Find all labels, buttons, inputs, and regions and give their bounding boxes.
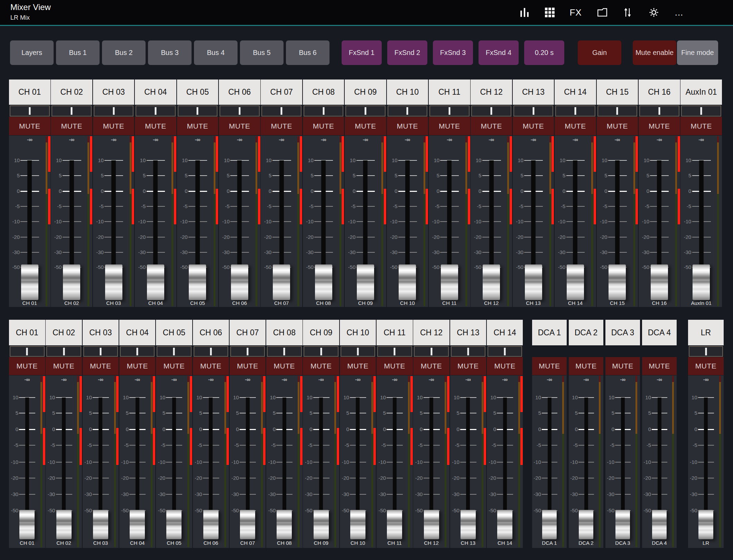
channel-name-button[interactable]: CH 03: [93, 80, 134, 105]
fader-handle[interactable]: [189, 264, 206, 300]
fader-handle[interactable]: [277, 510, 292, 539]
fader-handle[interactable]: [525, 264, 542, 300]
channel-name-button[interactable]: CH 05: [156, 320, 192, 345]
pan-control[interactable]: [267, 346, 302, 357]
mute-button[interactable]: MUTE: [345, 117, 386, 135]
mute-button[interactable]: MUTE: [429, 117, 470, 135]
fader-handle[interactable]: [350, 510, 365, 539]
channel-name-button[interactable]: CH 11: [429, 80, 470, 105]
fader-handle[interactable]: [698, 510, 713, 539]
channel-name-button[interactable]: CH 09: [303, 320, 339, 345]
mute-button[interactable]: MUTE: [93, 117, 134, 135]
pan-control[interactable]: [451, 346, 486, 357]
fader-handle[interactable]: [693, 264, 710, 300]
pan-control[interactable]: [414, 346, 449, 357]
channel-name-button[interactable]: CH 02: [51, 80, 92, 105]
fader-handle[interactable]: [357, 264, 374, 300]
mute-button[interactable]: MUTE: [413, 357, 449, 375]
pan-control[interactable]: [471, 105, 511, 116]
mute-button[interactable]: MUTE: [9, 357, 45, 375]
channel-name-button[interactable]: DCA 4: [642, 320, 677, 345]
mute-button[interactable]: MUTE: [261, 117, 302, 135]
fader-handle[interactable]: [461, 510, 476, 539]
sort-arrows-icon[interactable]: [620, 0, 635, 25]
pan-control[interactable]: [429, 105, 470, 116]
fader-handle[interactable]: [147, 264, 164, 300]
toolbar-button-bus-3[interactable]: Bus 3: [148, 40, 192, 65]
pan-control[interactable]: [178, 105, 218, 116]
mute-button[interactable]: MUTE: [471, 117, 512, 135]
mute-button[interactable]: MUTE: [266, 357, 303, 375]
toolbar-button-fine-mode[interactable]: Fine mode: [677, 40, 718, 65]
scenes-folder-icon[interactable]: [595, 0, 610, 25]
mute-button[interactable]: MUTE: [83, 357, 119, 375]
channel-name-button[interactable]: CH 13: [513, 80, 554, 105]
channel-name-button[interactable]: LR: [688, 320, 724, 345]
mute-button[interactable]: MUTE: [605, 357, 640, 375]
mute-button[interactable]: MUTE: [156, 357, 192, 375]
pan-control[interactable]: [120, 346, 155, 357]
pan-control[interactable]: [488, 346, 522, 357]
fader-handle[interactable]: [166, 510, 182, 539]
pan-control[interactable]: [261, 105, 301, 116]
fader-handle[interactable]: [240, 510, 255, 539]
fader-handle[interactable]: [441, 264, 458, 300]
pan-control[interactable]: [341, 346, 375, 357]
channel-name-button[interactable]: DCA 3: [605, 320, 640, 345]
mute-button[interactable]: MUTE: [680, 117, 722, 135]
fader-handle[interactable]: [203, 510, 219, 539]
pan-control[interactable]: [194, 346, 229, 357]
mute-button[interactable]: MUTE: [450, 357, 486, 375]
mute-button[interactable]: MUTE: [303, 117, 344, 135]
pan-control[interactable]: [10, 105, 50, 116]
mute-button[interactable]: MUTE: [46, 357, 82, 375]
channel-name-button[interactable]: CH 14: [487, 320, 523, 345]
toolbar-button-fxsnd-1[interactable]: FxSnd 1: [342, 40, 382, 65]
mute-button[interactable]: MUTE: [487, 357, 523, 375]
pan-control[interactable]: [46, 346, 81, 357]
pan-control[interactable]: [513, 105, 554, 116]
mute-button[interactable]: MUTE: [219, 117, 260, 135]
toolbar-button-0-20-s[interactable]: 0.20 s: [524, 40, 564, 65]
toolbar-button-bus-4[interactable]: Bus 4: [194, 40, 238, 65]
channel-name-button[interactable]: CH 10: [387, 80, 428, 105]
mute-button[interactable]: MUTE: [135, 117, 176, 135]
pan-control[interactable]: [555, 105, 595, 116]
mute-button[interactable]: MUTE: [377, 357, 413, 375]
fader-handle[interactable]: [483, 264, 500, 300]
toolbar-button-bus-6[interactable]: Bus 6: [286, 40, 330, 65]
fader-handle[interactable]: [567, 264, 584, 300]
channel-name-button[interactable]: CH 08: [266, 320, 303, 345]
channel-name-button[interactable]: DCA 2: [569, 320, 603, 345]
pan-control[interactable]: [83, 346, 118, 357]
fx-icon[interactable]: FX: [568, 0, 583, 25]
fader-handle[interactable]: [652, 510, 667, 539]
pan-control[interactable]: [230, 346, 265, 357]
channel-name-button[interactable]: CH 13: [450, 320, 486, 345]
pan-control[interactable]: [304, 105, 344, 116]
fader-handle[interactable]: [424, 510, 439, 539]
pan-control[interactable]: [10, 346, 45, 357]
fader-handle[interactable]: [651, 264, 668, 300]
pan-control[interactable]: [597, 105, 638, 116]
mute-button[interactable]: MUTE: [688, 357, 724, 375]
pan-control[interactable]: [52, 105, 92, 116]
channel-name-button[interactable]: CH 09: [345, 80, 386, 105]
channel-name-button[interactable]: CH 05: [177, 80, 219, 105]
mute-button[interactable]: MUTE: [555, 117, 596, 135]
channel-name-button[interactable]: CH 01: [9, 320, 45, 345]
mute-button[interactable]: MUTE: [230, 357, 266, 375]
fader-handle[interactable]: [399, 264, 416, 300]
channel-name-button[interactable]: CH 12: [471, 80, 512, 105]
mute-button[interactable]: MUTE: [340, 357, 376, 375]
fader-handle[interactable]: [609, 264, 626, 300]
mute-button[interactable]: MUTE: [597, 117, 638, 135]
channel-name-button[interactable]: CH 07: [261, 80, 302, 105]
mute-button[interactable]: MUTE: [639, 117, 680, 135]
channel-name-button[interactable]: CH 10: [340, 320, 376, 345]
fader-handle[interactable]: [314, 510, 329, 539]
mute-button[interactable]: MUTE: [177, 117, 219, 135]
mute-button[interactable]: MUTE: [569, 357, 603, 375]
fader-handle[interactable]: [56, 510, 72, 539]
fader-handle[interactable]: [315, 264, 332, 300]
